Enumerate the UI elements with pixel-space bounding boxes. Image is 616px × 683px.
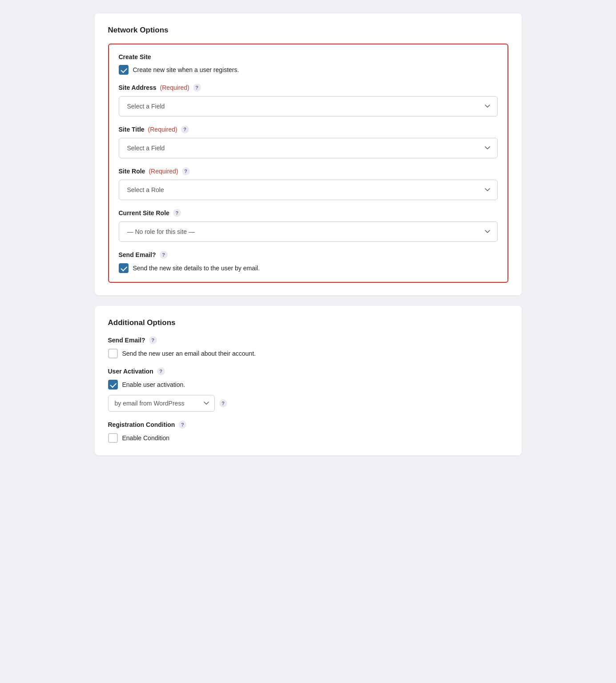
current-site-role-label-row: Current Site Role ? xyxy=(119,209,498,217)
create-site-label: Create Site xyxy=(119,53,498,60)
site-address-required: (Required) xyxy=(160,84,189,91)
current-site-role-group: Current Site Role ? — No role for this s… xyxy=(119,209,498,242)
create-site-checkbox[interactable] xyxy=(119,65,129,75)
current-site-role-select[interactable]: — No role for this site — xyxy=(119,221,498,242)
additional-options-title: Additional Options xyxy=(108,318,508,327)
additional-send-email-group: Send Email? ? Send the new user an email… xyxy=(108,336,508,358)
site-role-label-row: Site Role (Required) ? xyxy=(119,167,498,175)
site-title-required: (Required) xyxy=(148,126,177,133)
site-role-label: Site Role xyxy=(119,168,145,175)
site-title-group: Site Title (Required) ? Select a Field xyxy=(119,125,498,158)
site-title-label-row: Site Title (Required) ? xyxy=(119,125,498,133)
network-send-email-label: Send Email? xyxy=(119,251,156,258)
create-site-checkbox-row: Create new site when a user registers. xyxy=(119,65,498,75)
network-send-email-checkbox-row: Send the new site details to the user by… xyxy=(119,263,498,273)
activation-method-select[interactable]: by email from WordPress xyxy=(108,395,215,412)
user-activation-help-icon[interactable]: ? xyxy=(157,367,165,375)
additional-send-email-label: Send Email? xyxy=(108,337,145,344)
site-role-group: Site Role (Required) ? Select a Role xyxy=(119,167,498,200)
user-activation-checkbox-row: Enable user activation. xyxy=(108,380,508,390)
registration-condition-label: Registration Condition xyxy=(108,421,175,428)
site-role-required: (Required) xyxy=(149,168,178,175)
current-site-role-label: Current Site Role xyxy=(119,209,169,217)
site-title-select[interactable]: Select a Field xyxy=(119,138,498,158)
user-activation-label-row: User Activation ? xyxy=(108,367,508,375)
additional-send-email-label-row: Send Email? ? xyxy=(108,336,508,344)
activation-method-help-icon[interactable]: ? xyxy=(219,399,227,407)
site-role-select[interactable]: Select a Role xyxy=(119,180,498,200)
registration-condition-checkbox[interactable] xyxy=(108,433,118,443)
site-address-select[interactable]: Select a Field xyxy=(119,96,498,117)
additional-send-email-checkbox-row: Send the new user an email about their a… xyxy=(108,349,508,358)
registration-condition-help-icon[interactable]: ? xyxy=(178,421,186,429)
site-title-label: Site Title xyxy=(119,126,145,133)
site-address-group: Site Address (Required) ? Select a Field xyxy=(119,84,498,117)
registration-condition-checkbox-row: Enable Condition xyxy=(108,433,508,443)
user-activation-label: User Activation xyxy=(108,368,153,375)
network-send-email-checkbox[interactable] xyxy=(119,263,129,273)
additional-send-email-help-icon[interactable]: ? xyxy=(149,336,157,344)
create-site-checkbox-label: Create new site when a user registers. xyxy=(133,66,239,73)
site-address-label-row: Site Address (Required) ? xyxy=(119,84,498,92)
site-role-help-icon[interactable]: ? xyxy=(182,167,190,175)
activation-method-row: by email from WordPress ? xyxy=(108,395,508,412)
network-options-title: Network Options xyxy=(108,26,508,35)
registration-condition-label-row: Registration Condition ? xyxy=(108,421,508,429)
site-address-label: Site Address xyxy=(119,84,157,91)
additional-send-email-checkbox-label: Send the new user an email about their a… xyxy=(122,350,256,357)
current-site-role-help-icon[interactable]: ? xyxy=(173,209,181,217)
registration-condition-group: Registration Condition ? Enable Conditio… xyxy=(108,421,508,443)
network-send-email-group: Send Email? ? Send the new site details … xyxy=(119,251,498,273)
network-send-email-label-row: Send Email? ? xyxy=(119,251,498,259)
registration-condition-checkbox-label: Enable Condition xyxy=(122,434,170,442)
site-title-help-icon[interactable]: ? xyxy=(181,125,189,133)
user-activation-checkbox[interactable] xyxy=(108,380,118,390)
site-address-help-icon[interactable]: ? xyxy=(193,84,201,92)
user-activation-group: User Activation ? Enable user activation… xyxy=(108,367,508,412)
additional-send-email-checkbox[interactable] xyxy=(108,349,118,358)
additional-options-card: Additional Options Send Email? ? Send th… xyxy=(95,306,522,455)
network-options-card: Network Options Create Site Create new s… xyxy=(95,13,522,295)
create-site-group: Create Site Create new site when a user … xyxy=(119,53,498,75)
network-send-email-help-icon[interactable]: ? xyxy=(160,251,168,259)
user-activation-checkbox-label: Enable user activation. xyxy=(122,381,185,388)
network-options-highlighted: Create Site Create new site when a user … xyxy=(108,44,508,283)
network-send-email-checkbox-label: Send the new site details to the user by… xyxy=(133,265,260,272)
